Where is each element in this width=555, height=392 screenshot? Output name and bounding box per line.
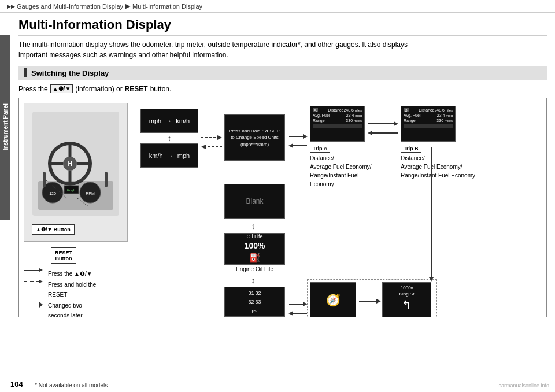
- arrow-right-to-presshold: [200, 133, 223, 142]
- arrow-down-tripb-to-nav: [427, 146, 436, 282]
- arrow-ud-blank-oil: ↕: [249, 221, 257, 231]
- legend-double-text: Changed twoseconds later: [48, 301, 82, 317]
- trip-b-description: Distance/ Average Fuel Economy/ Range/In…: [401, 154, 475, 180]
- press-prefix: Press the: [18, 85, 48, 93]
- screen-press-hold: Press and Hold "RESET" to Change Speed U…: [224, 114, 285, 161]
- side-tab: Instrument Panel: [0, 35, 10, 220]
- arrow-left-from-trips: [288, 141, 308, 150]
- description-text: The multi-information display shows the …: [18, 39, 423, 60]
- arrow-ud-oil-tire: ↕: [249, 275, 257, 286]
- trip-b-screen-small: B Distance 248.6miles Avg. Fuel 23.4 mpg…: [401, 106, 456, 142]
- watermark: carmanualsonline.info: [498, 383, 549, 389]
- page-number: 104: [10, 380, 23, 389]
- page-title: Multi-Information Display: [18, 17, 547, 36]
- breadcrumb-part2: Multi-Information Display: [132, 3, 202, 10]
- arrow-right-to-trips: [288, 132, 308, 141]
- screen-kmh-to-mph: km/h → mph: [140, 143, 198, 168]
- legend-solid: Press the ▲❶/▼: [24, 269, 96, 279]
- breadcrumb-arrows: ▶▶: [7, 3, 15, 9]
- press-instruction: Press the ▲❶/▼ (information) or RESET bu…: [18, 84, 547, 93]
- svg-marker-30: [368, 131, 372, 135]
- diagram-container: H 120 RPM 0 mph ▲❶/▼ Button RESE: [18, 98, 547, 317]
- reset-callout: RESET Button: [51, 247, 76, 264]
- svg-text:0 mph: 0 mph: [67, 188, 75, 192]
- legend-dashed: Press and hold theRESET: [24, 280, 96, 299]
- screen-blank: Blank: [224, 184, 285, 219]
- legend-area: Press the ▲❶/▼ Press and hold theRESET C…: [24, 269, 96, 317]
- section-header-bar: [24, 68, 27, 77]
- arrow-ud-speed: ↕: [166, 135, 172, 142]
- svg-marker-26: [288, 143, 293, 148]
- svg-marker-38: [429, 277, 434, 282]
- trip-a-screen-small: A Distance 248.6miles Avg. Fuel 23.4 mpg…: [310, 106, 365, 142]
- svg-marker-22: [201, 145, 206, 149]
- press-suffix: button.: [150, 85, 172, 93]
- arrow-b-to-a: [367, 128, 399, 138]
- svg-rect-15: [43, 172, 46, 187]
- arrow-a-to-b: [367, 119, 399, 128]
- trip-a-label: Trip A: [310, 145, 330, 153]
- arrow-left-from-presshold: [200, 142, 223, 151]
- screen-oil-life: Oil Life 100% ⛽: [224, 233, 285, 265]
- section-header: Switching the Display: [18, 66, 547, 80]
- car-image: H 120 RPM 0 mph: [24, 103, 128, 242]
- arrow-tire-to-compass: [288, 299, 308, 309]
- engine-oil-label: Engine Oil Life: [224, 266, 285, 272]
- dashed-border-nav: [307, 279, 437, 317]
- reset-label: RESET: [125, 85, 148, 93]
- svg-rect-16: [105, 172, 108, 187]
- car-svg: H 120 RPM 0 mph: [27, 106, 125, 239]
- svg-text:H: H: [68, 161, 72, 167]
- screen-tire-pressure: 3132 3233 psi: [224, 287, 285, 317]
- breadcrumb: ▶▶ Gauges and Multi-Information Display …: [0, 0, 555, 13]
- section-header-text: Switching the Display: [31, 69, 109, 77]
- press-middle: (information) or: [75, 85, 122, 93]
- footnote: * Not available on all models: [35, 382, 108, 389]
- breadcrumb-part1: Gauges and Multi-Information Display: [17, 3, 123, 10]
- svg-marker-28: [394, 121, 398, 126]
- arrow-compass-to-tire: [288, 309, 308, 317]
- svg-marker-24: [303, 134, 308, 139]
- button-callout-info: ▲❶/▼ Button: [32, 224, 75, 235]
- screen-mph-to-kmh: mph → km/h: [140, 109, 198, 133]
- svg-text:RPM: RPM: [86, 191, 95, 195]
- svg-text:120: 120: [49, 191, 56, 195]
- screens-area: mph → km/h km/h → mph ↕: [135, 103, 542, 312]
- breadcrumb-sep1: ▶: [125, 2, 130, 10]
- button-icon-display: ▲❶/▼: [50, 84, 73, 93]
- legend-dashed-text: Press and hold theRESET: [48, 280, 96, 299]
- svg-marker-20: [217, 135, 222, 140]
- svg-marker-34: [288, 311, 293, 316]
- trip-b-label: Trip B: [401, 145, 421, 153]
- side-tab-label: Instrument Panel: [2, 103, 9, 150]
- legend-double: Changed twoseconds later: [24, 301, 96, 317]
- trip-a-description: Distance/ Average Fuel Economy/ Range/In…: [310, 154, 372, 188]
- legend-solid-text: Press the ▲❶/▼: [48, 269, 92, 279]
- main-content: Multi-Information Display The multi-info…: [10, 17, 555, 317]
